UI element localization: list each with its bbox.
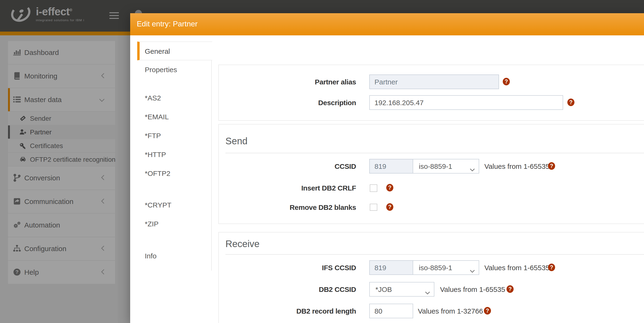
ccsid-hint: Values from 1-65535 — [484, 159, 550, 174]
help-icon[interactable]: ? — [548, 162, 555, 170]
ccsid-encoding-select[interactable]: iso-8859-1 — [413, 159, 479, 174]
chevron-down-icon — [470, 165, 475, 174]
help-icon[interactable]: ? — [567, 98, 574, 106]
chevron-down-icon — [425, 288, 430, 296]
divider — [226, 152, 644, 153]
db2-ccsid-select[interactable]: *JOB — [369, 282, 434, 296]
ifs-ccsid-label: IFS CCSID — [219, 260, 356, 275]
remove-db2-blanks-label: Remove DB2 blanks — [219, 200, 356, 214]
tab-ftp[interactable]: *FTP — [137, 126, 211, 145]
help-icon[interactable]: ? — [548, 264, 555, 271]
description-input[interactable] — [369, 95, 563, 110]
description-label: Description — [219, 95, 356, 110]
tab-properties[interactable]: Properties — [137, 60, 211, 79]
db2-record-length-hint: Values from 1-32766 — [418, 304, 483, 318]
tab-oftp2[interactable]: *OFTP2 — [137, 164, 211, 183]
ccsid-label: CCSID — [219, 159, 356, 174]
partner-alias-input[interactable] — [369, 74, 499, 89]
help-icon[interactable]: ? — [506, 285, 514, 293]
insert-db2-crlf-label: Insert DB2 CRLF — [219, 180, 356, 195]
tab-info[interactable]: Info — [137, 246, 211, 266]
tab-zip[interactable]: *ZIP — [137, 214, 211, 234]
insert-db2-crlf-checkbox[interactable] — [370, 184, 377, 192]
ifs-ccsid-encoding-select[interactable]: iso-8859-1 — [413, 260, 479, 275]
ifs-ccsid-hint: Values from 1-65535 — [484, 260, 550, 275]
help-icon[interactable]: ? — [503, 78, 510, 85]
divider — [226, 254, 644, 254]
db2-record-length-label: DB2 record length — [219, 304, 356, 318]
dialog-title: Edit entry: Partner — [130, 13, 644, 35]
db2-record-length-input[interactable] — [369, 304, 413, 318]
tab-as2[interactable]: *AS2 — [137, 89, 211, 108]
remove-db2-blanks-checkbox[interactable] — [370, 204, 377, 211]
general-panel: Partner alias ? Description ? — [218, 64, 644, 120]
tab-http[interactable]: *HTTP — [137, 145, 211, 164]
ifs-ccsid-input[interactable] — [369, 260, 413, 275]
help-icon[interactable]: ? — [386, 203, 393, 210]
partner-alias-label: Partner alias — [219, 74, 356, 89]
send-panel: Send CCSID iso-8859-1 Values from 1-655 — [218, 124, 644, 224]
edit-entry-dialog: Edit entry: Partner General Properties *… — [130, 13, 644, 323]
receive-section-heading: Receive — [226, 238, 260, 249]
ccsid-input[interactable] — [369, 159, 413, 174]
chevron-down-icon — [470, 266, 475, 275]
dialog-tab-list: General Properties *AS2 *EMAIL *FTP *HTT… — [137, 42, 212, 271]
db2-ccsid-hint: Values from 1-65535 — [440, 282, 505, 296]
help-icon[interactable]: ? — [484, 307, 491, 314]
screen: i-effect® integrated solutions for IBM i… — [0, 0, 644, 323]
tab-email[interactable]: *EMAIL — [137, 108, 211, 126]
send-section-heading: Send — [226, 136, 247, 146]
help-icon[interactable]: ? — [386, 184, 393, 192]
receive-panel: Receive IFS CCSID iso-8859-1 Values fro — [218, 232, 644, 323]
tab-general[interactable]: General — [137, 42, 212, 60]
db2-ccsid-label: DB2 CCSID — [219, 282, 356, 296]
tab-crypt[interactable]: *CRYPT — [137, 196, 211, 214]
